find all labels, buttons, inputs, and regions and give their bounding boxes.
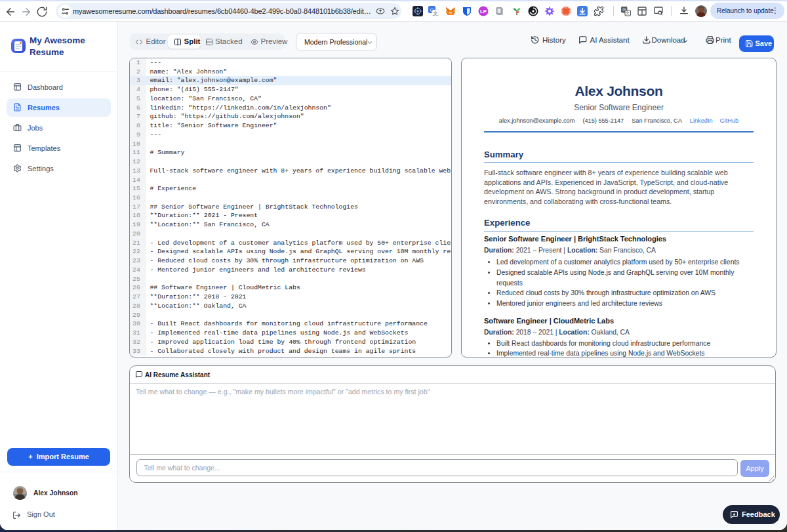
svg-text:LP: LP	[480, 9, 487, 14]
svg-text:文: 文	[626, 10, 630, 15]
svg-text:文: 文	[433, 10, 438, 16]
